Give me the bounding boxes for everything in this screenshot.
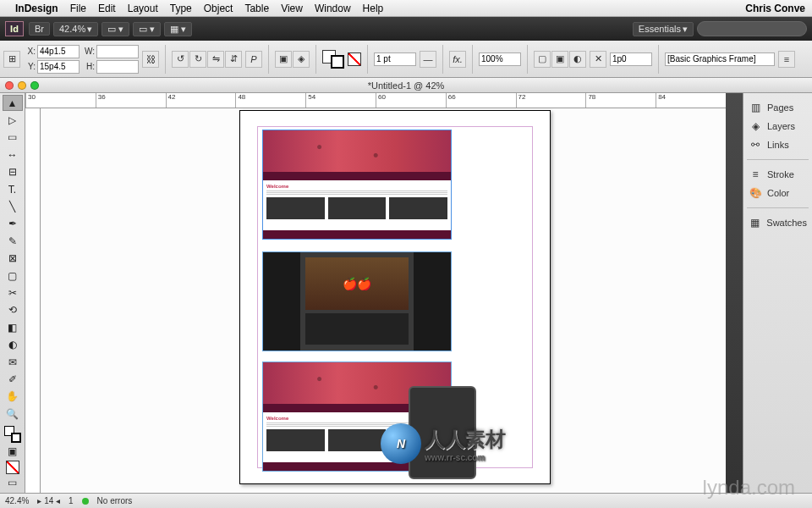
view-options-button[interactable]: ▭ ▾: [102, 22, 129, 36]
menu-view[interactable]: View: [281, 3, 303, 14]
close-icon[interactable]: [5, 81, 14, 90]
stroke-icon: ≡: [749, 168, 762, 180]
free-transform-tool-icon[interactable]: ⟲: [3, 302, 23, 318]
phone-overlay: [409, 386, 476, 479]
status-bar: 42.4% ▸ 14 ◂ 1 No errors: [0, 493, 812, 508]
bridge-button[interactable]: Br: [29, 22, 50, 36]
layers-panel-button[interactable]: ◈Layers: [747, 117, 809, 135]
opacity-input[interactable]: [479, 52, 521, 66]
search-input[interactable]: [697, 21, 807, 36]
fill-stroke-toolbox-icon[interactable]: [4, 426, 21, 442]
reference-point-icon[interactable]: ⊞: [3, 51, 20, 68]
page[interactable]: Welcome 🍎🍎 Welcome: [239, 110, 551, 484]
user-name: Chris Conve: [745, 3, 805, 14]
w-input[interactable]: [96, 45, 139, 58]
direct-selection-tool-icon[interactable]: ▷: [3, 112, 23, 128]
arrange-button[interactable]: ▦ ▾: [164, 22, 192, 36]
pen-tool-icon[interactable]: ✒: [3, 216, 23, 232]
color-panel-button[interactable]: 🎨Color: [747, 184, 809, 202]
swatches-panel-button[interactable]: ▦Swatches: [747, 213, 809, 232]
x-input[interactable]: [37, 45, 80, 58]
zoom-dropdown[interactable]: 42.4% ▾: [53, 22, 98, 36]
placed-image-3[interactable]: Welcome: [262, 362, 452, 472]
horizontal-ruler[interactable]: 30364248546066727884: [25, 93, 726, 108]
menu-file[interactable]: File: [70, 3, 86, 14]
h-label: H:: [83, 62, 95, 71]
type-tool-icon[interactable]: T.: [3, 181, 23, 197]
vertical-ruler[interactable]: [25, 108, 41, 493]
app-menu[interactable]: InDesign: [15, 3, 58, 14]
object-style-dropdown[interactable]: [665, 52, 775, 66]
select-container-icon[interactable]: ▣: [275, 51, 292, 68]
menu-layout[interactable]: Layout: [128, 3, 158, 14]
scissors-tool-icon[interactable]: ✂: [3, 284, 23, 301]
page-tool-icon[interactable]: ▭: [3, 130, 23, 146]
screen-mode-toggle-icon[interactable]: ▭: [3, 475, 23, 491]
status-page[interactable]: 1: [69, 496, 74, 505]
document-title: *Untitled-1 @ 42%: [368, 80, 445, 91]
formatting-container-icon[interactable]: ▣: [3, 444, 23, 460]
links-icon: ⚯: [749, 139, 762, 151]
p-icon[interactable]: P: [245, 51, 262, 68]
gradient-feather-tool-icon[interactable]: ◐: [3, 336, 23, 352]
constrain-icon[interactable]: ⛓: [142, 51, 159, 68]
preflight-ok-icon: [82, 498, 89, 505]
dock-strip[interactable]: [726, 93, 743, 493]
y-input[interactable]: [37, 60, 80, 74]
selection-tool-icon[interactable]: ▲: [3, 95, 23, 111]
none-swatch-icon[interactable]: [348, 52, 361, 66]
fill-stroke-swatch[interactable]: [322, 50, 344, 69]
stroke-panel-button[interactable]: ≡Stroke: [747, 165, 809, 184]
screen-mode-button[interactable]: ▭ ▾: [133, 22, 161, 36]
zoom-tool-icon[interactable]: 🔍: [3, 406, 23, 422]
x-label: X:: [24, 47, 36, 56]
gradient-swatch-tool-icon[interactable]: ◧: [3, 319, 23, 335]
links-panel-button[interactable]: ⚯Links: [747, 135, 809, 154]
pencil-tool-icon[interactable]: ✎: [3, 233, 23, 249]
placed-image-2[interactable]: 🍎🍎: [262, 251, 452, 351]
apply-none-icon[interactable]: [6, 461, 19, 474]
panel-menu-icon[interactable]: ≡: [778, 51, 795, 68]
zoom-icon[interactable]: [30, 81, 39, 90]
placed-image-1[interactable]: Welcome: [262, 130, 452, 240]
hand-tool-icon[interactable]: ✋: [3, 389, 23, 405]
workspace-dropdown[interactable]: Essentials ▾: [633, 22, 694, 36]
note-tool-icon[interactable]: ✉: [3, 354, 23, 370]
pasteboard[interactable]: Welcome 🍎🍎 Welcome: [41, 108, 726, 493]
y-label: Y:: [24, 62, 36, 71]
flip-v-icon[interactable]: ⇵: [225, 51, 242, 68]
fx-button[interactable]: fx.: [449, 51, 466, 68]
status-zoom[interactable]: 42.4%: [5, 496, 29, 505]
rotate-cw-icon[interactable]: ↻: [189, 51, 206, 68]
status-errors[interactable]: No errors: [97, 496, 133, 505]
gap-tool-icon[interactable]: ↔: [3, 146, 23, 163]
content-collector-tool-icon[interactable]: ⊟: [3, 164, 23, 180]
stroke-style-dropdown[interactable]: —: [420, 51, 436, 68]
pages-panel-button[interactable]: ▥Pages: [747, 98, 809, 117]
indesign-logo-icon: Id: [5, 21, 24, 36]
menu-edit[interactable]: Edit: [98, 3, 116, 14]
wrap-shape-icon[interactable]: ◐: [569, 51, 586, 68]
window-controls[interactable]: [5, 81, 39, 90]
color-icon: 🎨: [749, 187, 762, 199]
rectangle-frame-tool-icon[interactable]: ⊠: [3, 251, 23, 267]
menu-table[interactable]: Table: [244, 3, 269, 14]
menu-help[interactable]: Help: [363, 3, 384, 14]
rotate-ccw-icon[interactable]: ↺: [172, 51, 189, 68]
eyedropper-tool-icon[interactable]: ✐: [3, 371, 23, 387]
select-content-icon[interactable]: ◈: [293, 51, 310, 68]
wrap-bbox-icon[interactable]: ▣: [551, 51, 568, 68]
line-tool-icon[interactable]: ╲: [3, 198, 23, 214]
menu-object[interactable]: Object: [204, 3, 233, 14]
rectangle-tool-icon[interactable]: ▢: [3, 268, 23, 284]
stroke-weight-input[interactable]: [374, 52, 416, 66]
x-param-input[interactable]: [610, 52, 652, 66]
toolbox: ▲ ▷ ▭ ↔ ⊟ T. ╲ ✒ ✎ ⊠ ▢ ✂ ⟲ ◧ ◐ ✉ ✐ ✋ 🔍 ▣…: [0, 93, 25, 493]
panel-dock: ▥Pages ◈Layers ⚯Links ≡Stroke 🎨Color ▦Sw…: [743, 93, 812, 493]
minimize-icon[interactable]: [18, 81, 26, 90]
wrap-none-icon[interactable]: ▢: [534, 51, 551, 68]
menu-window[interactable]: Window: [315, 3, 351, 14]
h-input[interactable]: [96, 60, 139, 74]
flip-h-icon[interactable]: ⇋: [207, 51, 224, 68]
menu-type[interactable]: Type: [170, 3, 192, 14]
